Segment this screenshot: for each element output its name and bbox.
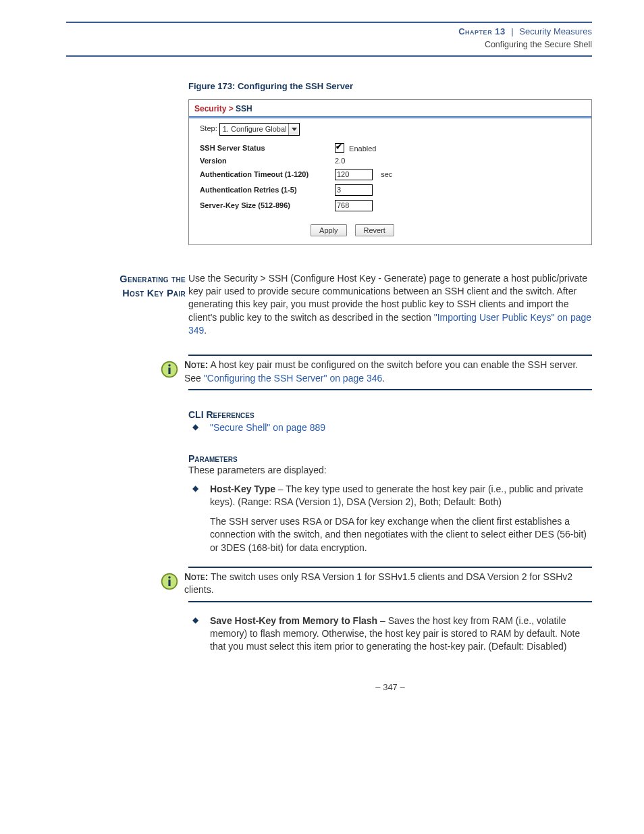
- retries-input[interactable]: 3: [335, 184, 373, 196]
- timeout-input[interactable]: 120: [335, 169, 373, 180]
- keysize-input[interactable]: 768: [335, 200, 373, 211]
- apply-button[interactable]: Apply: [311, 224, 347, 236]
- timeout-label: Authentication Timeout (1-120): [200, 167, 335, 182]
- breadcrumb: Security > SSH: [189, 100, 591, 116]
- sidehead-generating: Generating theHost Key Pair: [86, 272, 188, 343]
- step-select[interactable]: 1. Configure Global: [219, 123, 300, 136]
- page-number: – 347 –: [188, 682, 592, 692]
- note-host-key-required: Note: A host key pair must be configured…: [188, 355, 592, 390]
- intro-paragraph: Use the Security > SSH (Configure Host K…: [188, 272, 592, 338]
- step-label: Step:: [200, 124, 217, 132]
- chevron-down-icon: [292, 128, 297, 131]
- chapter-label: Chapter 13: [458, 26, 505, 36]
- keysize-label: Server-Key Size (512-896): [200, 198, 335, 213]
- info-icon: [160, 572, 179, 591]
- page-header: Chapter 13 | Security Measures Configuri…: [66, 22, 592, 57]
- note-rsa-dsa: Note: The switch uses only RSA Version 1…: [188, 567, 592, 602]
- ssh-status-label: SSH Server Status: [200, 141, 335, 155]
- ssh-status-checkbox[interactable]: [335, 143, 344, 153]
- timeout-unit: sec: [381, 170, 392, 178]
- link-config-ssh-server[interactable]: "Configuring the SSH Server" on page 346: [204, 373, 382, 384]
- svg-rect-1: [168, 368, 170, 375]
- ssh-status-text: Enabled: [349, 145, 376, 153]
- subsection-title: Configuring the Secure Shell: [485, 40, 592, 49]
- retries-label: Authentication Retries (1-5): [200, 182, 335, 198]
- param-host-key-type: Host-Key Type – The key type used to gen…: [188, 483, 592, 509]
- version-label: Version: [200, 155, 335, 167]
- link-secure-shell[interactable]: "Secure Shell" on page 889: [210, 422, 325, 433]
- param-save-host-key: Save Host-Key from Memory to Flash – Sav…: [188, 615, 592, 654]
- version-value: 2.0: [335, 155, 392, 167]
- svg-rect-4: [168, 579, 170, 586]
- info-icon: [160, 360, 179, 379]
- parameters-heading: Parameters: [188, 453, 592, 464]
- svg-point-2: [168, 364, 171, 367]
- breadcrumb-leaf: SSH: [236, 104, 252, 113]
- breadcrumb-root: Security >: [194, 104, 234, 113]
- ssh-config-screenshot: Security > SSH Step: 1. Configure Global…: [188, 99, 592, 245]
- cli-ref-item: "Secure Shell" on page 889: [188, 421, 592, 434]
- cli-references-heading: CLI References: [188, 409, 592, 420]
- revert-button[interactable]: Revert: [355, 224, 394, 236]
- parameters-intro: These parameters are displayed:: [188, 464, 592, 477]
- svg-point-5: [168, 576, 171, 579]
- param-host-key-type-desc: The SSH server uses RSA or DSA for key e…: [188, 515, 592, 554]
- figure-caption: Figure 173: Configuring the SSH Server: [188, 81, 592, 91]
- section-title: Security Measures: [519, 26, 592, 36]
